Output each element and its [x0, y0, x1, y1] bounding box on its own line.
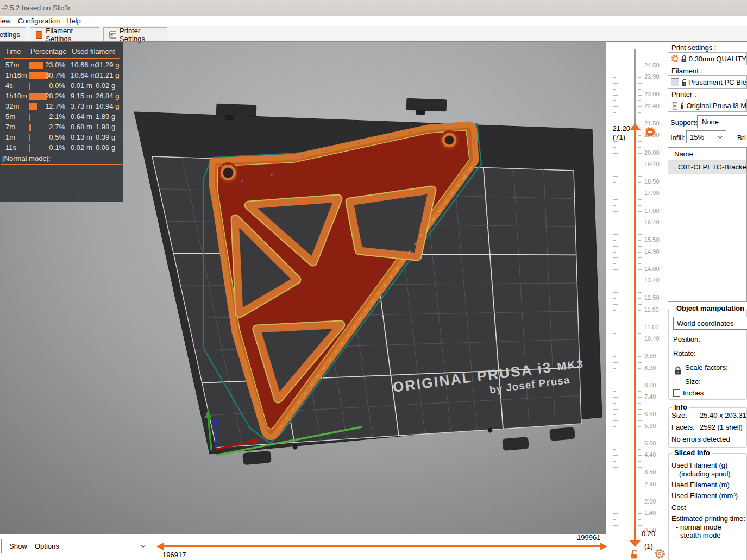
print-settings-gear-icon: [671, 54, 678, 63]
filament-color-swatch: [671, 78, 679, 86]
layer-tick-label: 14.00: [644, 266, 660, 272]
legend-header-divider: [4, 58, 120, 59]
position-label: Position:: [673, 335, 700, 343]
legend-row: 57m23.0%10.66 m31.29 g: [0, 60, 123, 71]
sliced-info-row: Estimated printing time:: [671, 514, 745, 523]
show-options-dropdown[interactable]: Options: [30, 539, 150, 553]
sliced-info-row: Used Filament (m): [671, 481, 730, 489]
layer-tick-label: 17.00: [644, 207, 660, 214]
layer-tick-label: 2.00: [644, 498, 656, 505]
layer-tick-label: 7.40: [644, 393, 656, 400]
filament-label: Filament :: [671, 67, 702, 75]
object-list: Name C01-CFPETG-Bracket.ST: [668, 147, 747, 302]
info-facets-label: Facets:: [671, 423, 695, 431]
layer-slider-track-upper[interactable]: [634, 49, 636, 130]
object-list-header: Name: [668, 148, 746, 161]
tab-bar: ettings Filament Settings Printer Settin…: [0, 26, 747, 41]
prusaslicer-window: ORIGINAL PRUSA i3 MK3 by Josef Prusa: [0, 0, 747, 560]
gcode-slider-left-value: 196917: [162, 551, 186, 559]
layer-tick-label: 6.50: [644, 411, 656, 417]
info-group: Info Size: 25.40 x 203.31 x 1 Facets: 25…: [668, 407, 747, 448]
sliced-info-title: Sliced Info: [672, 449, 712, 457]
unlock-icon[interactable]: [629, 549, 640, 559]
object-manipulation-title: Object manipulation: [674, 304, 746, 312]
slider-settings-gear-icon[interactable]: [655, 549, 665, 559]
layer-slider-bottom-handle[interactable]: [629, 540, 641, 547]
coordinates-value: World coordinates: [677, 319, 734, 328]
infill-label: Infill:: [670, 134, 685, 142]
layer-tick-label: 12.50: [644, 294, 660, 301]
bed-screw-hole: [293, 445, 298, 450]
printer-dropdown[interactable]: Original Prusa i3 M: [668, 99, 747, 112]
legend-row: 1m0.5%0.13 m0.39 g: [0, 133, 123, 143]
gcode-slider-track[interactable]: [163, 545, 601, 547]
legend-row: 32m12.7%3.73 m10.94 g: [0, 102, 123, 112]
gcode-slider-left-handle[interactable]: [156, 543, 164, 550]
legend-col-percentage: Percentage: [30, 47, 67, 55]
sliced-info-row: Used Filament (mm³): [671, 492, 738, 500]
layer-tick-label: 15.50: [644, 236, 660, 243]
info-facets-value: 2592 (1 shell): [700, 423, 743, 431]
infill-dropdown[interactable]: 15%: [686, 130, 726, 143]
layer-slider-panel: 24.5023.9023.0022.4021.5020.9020.0019.40…: [606, 42, 667, 560]
add-color-change-button[interactable]: [645, 127, 655, 137]
legend-row: 5m2.1%0.64 m1.89 g: [0, 112, 123, 122]
bed-screw-hole: [488, 428, 493, 433]
layer-tick-label: 2.90: [644, 481, 656, 487]
layer-tick-label: 10.40: [644, 335, 660, 342]
title-bar[interactable]: -2.5.2 based on Slic3r: [0, 0, 747, 16]
menu-help[interactable]: Help: [66, 17, 81, 25]
legend-row: 7m2.7%0.68 m1.98 g: [0, 122, 123, 133]
layer-slider-top-handle[interactable]: [629, 123, 641, 130]
info-size-label: Size:: [671, 411, 687, 419]
layer-tick-label: 8.90: [644, 364, 656, 371]
layer-tick-label: 22.40: [644, 103, 660, 109]
menu-bar: iew Configuration Help: [0, 16, 747, 26]
printer-icon: [109, 31, 116, 39]
layer-tick-label: 9.50: [644, 353, 656, 359]
lock-icon: [681, 78, 686, 86]
info-size-value: 25.40 x 203.31 x 1: [700, 411, 747, 419]
rotate-label: Rotate:: [673, 349, 696, 357]
coordinates-dropdown[interactable]: World coordinates: [673, 317, 747, 330]
window-title: -2.5.2 based on Slic3r: [2, 4, 70, 12]
layer-tick-label: 3.50: [644, 469, 656, 475]
layer-slider-bottom-layer: (1): [644, 542, 653, 550]
sliced-info-row: (including spool): [679, 470, 731, 478]
layer-tick-label: 23.90: [644, 73, 660, 80]
print-settings-value: 0.30mm QUALITY: [689, 55, 746, 63]
supports-dropdown[interactable]: None: [697, 115, 747, 128]
bottom-bar: Show Options: [0, 534, 614, 560]
tab-printer-settings[interactable]: Printer Settings: [103, 27, 167, 41]
size-label: Size:: [685, 377, 701, 386]
lock-icon: [681, 55, 686, 63]
show-label: Show: [9, 542, 27, 550]
layer-tick-label: 5.00: [644, 440, 656, 446]
tab-print-settings[interactable]: ettings: [0, 27, 26, 41]
menu-configuration[interactable]: Configuration: [18, 17, 60, 25]
inches-checkbox[interactable]: [673, 389, 680, 397]
legend-row: 1h16m30.7%10.64 m31.21 g: [0, 71, 123, 81]
object-list-row[interactable]: C01-CFPETG-Bracket.ST: [668, 161, 746, 174]
menu-view[interactable]: iew: [0, 17, 11, 25]
layer-tick-label: 14.90: [644, 248, 660, 255]
scale-factors-label: Scale factors:: [685, 363, 728, 372]
uniform-scale-lock-icon[interactable]: [674, 366, 682, 375]
layer-tick-label: 24.50: [644, 62, 660, 68]
legend-footer-divider: [1, 164, 122, 165]
legend-row: 1h10m28.2%9.15 m26.84 g: [0, 91, 123, 102]
layer-tick-label: 11.90: [644, 306, 659, 313]
print-settings-dropdown[interactable]: 0.30mm QUALITY: [668, 52, 747, 65]
sliced-info-row: Used Filament (g): [671, 461, 727, 469]
lock-icon: [680, 102, 684, 110]
filament-dropdown[interactable]: Prusament PC Ble: [668, 75, 747, 89]
cutoff-combo-fragment[interactable]: [0, 539, 2, 553]
layer-tick-label: 5.90: [644, 423, 656, 429]
sidebar: Print settings : 0.30mm QUALITY Filament…: [667, 42, 747, 560]
layer-tick-label: 16.40: [644, 219, 660, 225]
bed-cutout: [225, 115, 234, 121]
layer-tick-label: 4.40: [644, 451, 656, 458]
tab-filament-settings[interactable]: Filament Settings: [30, 27, 99, 41]
gcode-slider-right-handle[interactable]: [600, 543, 607, 550]
layer-slider-track-lower[interactable]: [634, 130, 636, 541]
